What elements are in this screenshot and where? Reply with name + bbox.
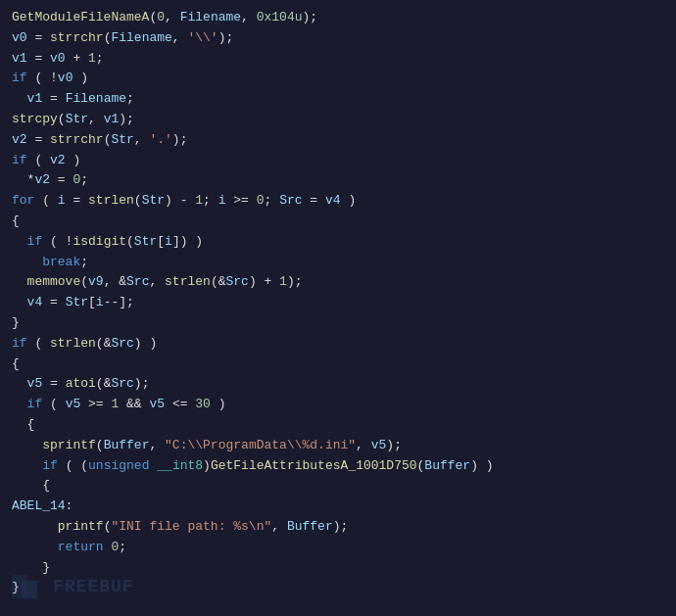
token: = [27, 28, 50, 49]
code-line-8: if ( v2 ) [12, 151, 664, 171]
token: if [42, 456, 58, 477]
token: ); [172, 130, 188, 151]
token [12, 436, 42, 456]
token: (& [96, 374, 112, 395]
token: <= [165, 395, 195, 415]
token: v0 [58, 69, 73, 89]
token: { [12, 476, 50, 497]
token: Str [134, 232, 157, 253]
token: strlen [165, 272, 211, 293]
token: Src [126, 272, 149, 293]
token: strrchr [50, 28, 104, 49]
token: ) [66, 151, 81, 171]
code-line-23: if ( (unsigned __int8)GetFileAttributesA… [12, 456, 664, 477]
token: v2 [34, 170, 50, 191]
token: if [12, 334, 27, 355]
token: ( [42, 395, 65, 415]
token: ( [134, 191, 142, 212]
token: v5 [371, 436, 387, 456]
token: ; [119, 538, 126, 558]
token: strcpy [12, 110, 58, 130]
token: = [66, 191, 88, 212]
token: Filename [180, 8, 241, 28]
token: , [88, 110, 104, 130]
token: && [119, 395, 149, 415]
code-line-25: ABEL_14: [12, 497, 664, 517]
token: strlen [50, 334, 96, 355]
token: GetModuleFileNameA [12, 8, 149, 28]
token: i [58, 191, 66, 212]
token: v1 [27, 89, 43, 110]
token: '.' [149, 130, 171, 151]
token [12, 89, 27, 110]
code-line-22: sprintf(Buffer, "C:\\ProgramData\\%d.ini… [12, 436, 664, 456]
code-line-19: v5 = atoi(&Src); [12, 374, 664, 395]
token: ( [27, 151, 50, 171]
token [12, 538, 58, 558]
token: v4 [27, 293, 43, 313]
token: ( ( [58, 456, 88, 477]
code-editor: GetModuleFileNameA(0, Filename, 0x104u);… [0, 0, 676, 616]
svg-rect-1 [22, 581, 37, 598]
token: 1 [88, 49, 96, 70]
token: Buffer [424, 456, 470, 477]
token: v4 [325, 191, 341, 212]
token: (& [96, 334, 112, 355]
token: v1 [12, 49, 27, 70]
token: break [42, 253, 80, 273]
code-line-3: v1 = v0 + 1; [12, 49, 664, 70]
token: [ [157, 232, 165, 253]
token: v5 [66, 395, 81, 415]
token: ) ) [134, 334, 157, 355]
token: Buffer [104, 436, 150, 456]
token: ; [80, 253, 88, 273]
token [104, 538, 112, 558]
code-line-5: v1 = Filename; [12, 89, 664, 110]
token: i [218, 191, 226, 212]
token: GetFileAttributesA_1001D750 [211, 456, 417, 477]
token: atoi [66, 374, 96, 395]
token: ) [203, 456, 211, 477]
token: 0 [72, 170, 80, 191]
token [12, 253, 42, 273]
token: 0 [111, 538, 119, 558]
token: strlen [88, 191, 134, 212]
token: ( [104, 28, 112, 49]
token: 1 [111, 395, 119, 415]
token: >= [226, 191, 257, 212]
token: Src [111, 334, 133, 355]
watermark-label: FREEBUF [53, 573, 134, 601]
token: = [42, 293, 65, 313]
token: = [303, 191, 325, 212]
code-line-4: if ( !v0 ) [12, 69, 664, 89]
token: v0 [12, 28, 27, 49]
token: Src [111, 374, 133, 395]
token: 0 [157, 8, 165, 28]
token: , [241, 8, 257, 28]
code-line-24: { [12, 476, 664, 497]
code-line-17: if ( strlen(&Src) ) [12, 334, 664, 355]
token: i [96, 293, 104, 313]
token: ( [96, 436, 104, 456]
token: 30 [195, 395, 211, 415]
token: isdigit [72, 232, 126, 253]
token: , [134, 130, 150, 151]
token: = [42, 374, 65, 395]
token: Str [142, 191, 165, 212]
code-line-7: v2 = strrchr(Str, '.'); [12, 130, 664, 151]
token: Buffer [287, 517, 333, 538]
token: , [172, 28, 188, 49]
code-line-14: memmove(v9, &Src, strlen(&Src) + 1); [12, 272, 664, 293]
token: ) [72, 69, 88, 89]
token: + [66, 49, 88, 70]
token: , [149, 272, 165, 293]
token: v5 [27, 374, 43, 395]
code-line-11: { [12, 212, 664, 232]
token: = [42, 89, 65, 110]
token: >= [80, 395, 111, 415]
code-line-6: strcpy(Str, v1); [12, 110, 664, 130]
token: ( ! [27, 69, 58, 89]
token: = [27, 49, 50, 70]
token: unsigned [88, 456, 149, 477]
token: ( [104, 130, 112, 151]
